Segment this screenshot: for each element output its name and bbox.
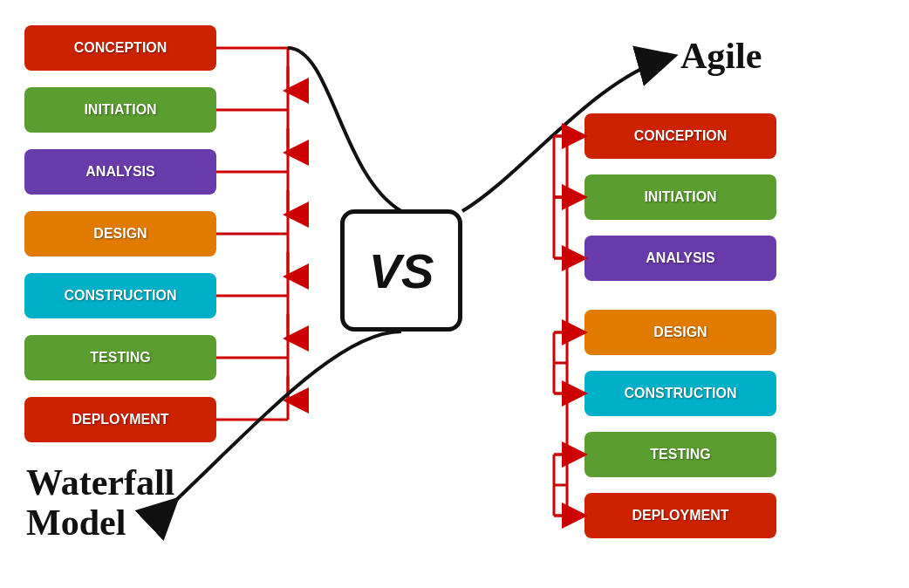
wf-analysis-box: ANALYSIS (24, 149, 216, 195)
wf-initiation-box: INITIATION (24, 87, 216, 133)
vs-box: VS (340, 209, 462, 332)
agile-label: Agile (680, 35, 762, 77)
wf-deployment-box: DEPLOYMENT (24, 397, 216, 442)
ag-initiation-box: INITIATION (584, 174, 776, 220)
ag-design-box: DESIGN (584, 310, 776, 355)
ag-analysis-box: ANALYSIS (584, 236, 776, 281)
ag-deployment-box: DEPLOYMENT (584, 493, 776, 538)
wf-construction-box: CONSTRUCTION (24, 273, 216, 318)
wf-design-box: DESIGN (24, 211, 216, 256)
wf-testing-box: TESTING (24, 335, 216, 380)
ag-conception-box: CONCEPTION (584, 113, 776, 159)
wf-conception-box: CONCEPTION (24, 25, 216, 71)
ag-construction-box: CONSTRUCTION (584, 371, 776, 416)
ag-testing-box: TESTING (584, 432, 776, 477)
waterfall-label: WaterfallModel (26, 462, 174, 543)
